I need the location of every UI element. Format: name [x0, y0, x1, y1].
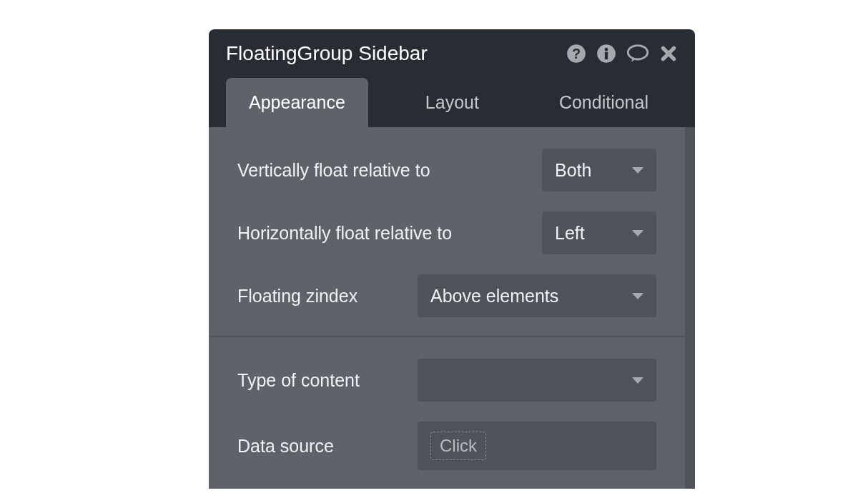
dropdown-horizontal-float[interactable]: Left — [542, 211, 656, 254]
chevron-down-icon — [632, 377, 643, 384]
label-data-source: Data source — [237, 436, 334, 457]
svg-rect-4 — [605, 52, 608, 60]
dropdown-type-of-content[interactable] — [418, 359, 656, 402]
panel-header: FloatingGroup Sidebar ? — [209, 29, 695, 78]
panel-body-inner: Vertically float relative to Both Horizo… — [209, 127, 685, 489]
tabs: Appearance Layout Conditional — [209, 78, 695, 127]
tab-conditional[interactable]: Conditional — [536, 78, 671, 127]
chevron-down-icon — [632, 230, 643, 236]
label-floating-zindex: Floating zindex — [237, 286, 357, 307]
label-vertical-float: Vertically float relative to — [237, 160, 430, 181]
input-data-source[interactable]: Click — [418, 422, 656, 470]
header-icons: ? — [566, 44, 678, 64]
input-placeholder: Click — [430, 432, 486, 460]
row-horizontal-float: Horizontally float relative to Left — [237, 211, 656, 254]
panel-body: Vertically float relative to Both Horizo… — [209, 127, 695, 489]
label-type-of-content: Type of content — [237, 370, 360, 391]
row-vertical-float: Vertically float relative to Both — [237, 149, 656, 191]
scrollbar[interactable] — [685, 127, 695, 489]
row-floating-zindex: Floating zindex Above elements — [237, 274, 656, 317]
tab-appearance[interactable]: Appearance — [226, 78, 368, 127]
tab-layout[interactable]: Layout — [403, 78, 502, 127]
section-content: Type of content Data source Click — [209, 336, 685, 489]
info-icon[interactable] — [596, 44, 616, 64]
dropdown-floating-zindex[interactable]: Above elements — [418, 274, 656, 317]
comment-icon[interactable] — [626, 44, 649, 64]
svg-point-3 — [605, 48, 608, 51]
label-horizontal-float: Horizontally float relative to — [237, 223, 452, 244]
dropdown-vertical-float[interactable]: Both — [542, 149, 656, 191]
chevron-down-icon — [632, 167, 643, 174]
row-type-of-content: Type of content — [237, 359, 656, 402]
dropdown-value: Left — [555, 223, 585, 244]
dropdown-value: Above elements — [430, 286, 558, 307]
svg-point-5 — [628, 46, 647, 59]
help-icon[interactable]: ? — [566, 44, 586, 64]
row-data-source: Data source Click — [237, 422, 656, 470]
close-icon[interactable] — [659, 44, 678, 63]
property-panel: FloatingGroup Sidebar ? — [209, 29, 695, 489]
svg-text:?: ? — [572, 46, 581, 61]
chevron-down-icon — [632, 293, 643, 299]
dropdown-value: Both — [555, 160, 591, 181]
panel-title: FloatingGroup Sidebar — [226, 42, 428, 65]
section-floating: Vertically float relative to Both Horizo… — [209, 127, 685, 336]
